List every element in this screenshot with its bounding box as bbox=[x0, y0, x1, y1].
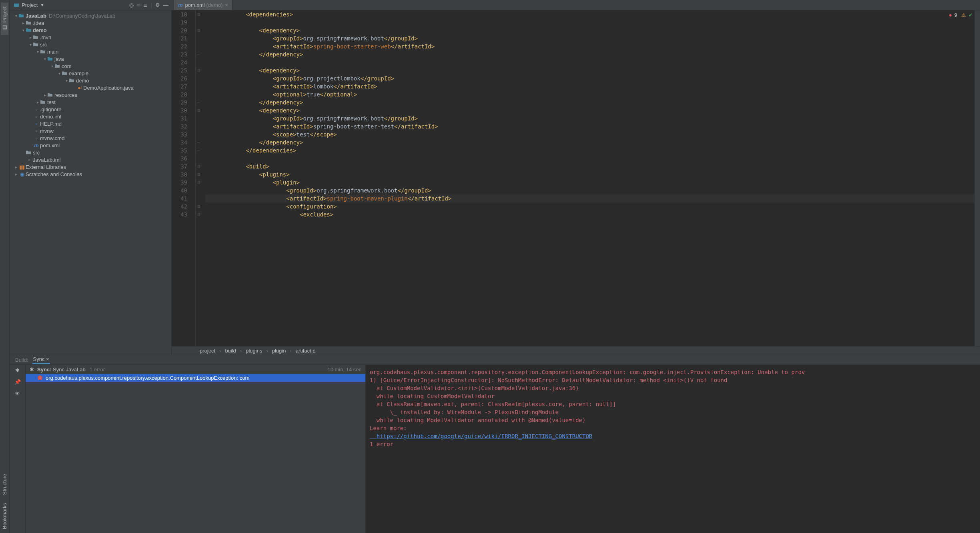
tree-idea[interactable]: ▸.idea bbox=[10, 19, 171, 26]
close-tab-icon[interactable]: × bbox=[225, 2, 228, 8]
tree-mvnwcmd[interactable]: ▫mvnw.cmd bbox=[10, 134, 171, 142]
view-icon[interactable]: 👁 bbox=[15, 391, 20, 397]
tree-pom[interactable]: mpom.xml bbox=[10, 142, 171, 149]
project-view-icon bbox=[14, 2, 19, 8]
build-tree[interactable]: ✱ Sync: Sync JavaLab 1 error 10 min, 14 … bbox=[26, 365, 366, 533]
spinner-icon: ✱ bbox=[30, 367, 34, 373]
stacktrace-link[interactable]: https://github.com/google/guice/wiki/ERR… bbox=[370, 433, 592, 439]
chevron-down-icon: ▼ bbox=[40, 3, 44, 7]
tree-help[interactable]: ▫HELP.md bbox=[10, 120, 171, 127]
error-count: 9 bbox=[954, 12, 957, 18]
svg-rect-0 bbox=[14, 3, 19, 7]
breadcrumb-item[interactable]: project bbox=[200, 348, 215, 354]
project-tool-tab[interactable]: ▤ Project bbox=[1, 2, 8, 35]
bookmarks-tool-label: Bookmarks bbox=[2, 503, 8, 529]
tree-demoapp[interactable]: ●ʲDemoApplication.java bbox=[10, 84, 171, 91]
hide-icon[interactable]: — bbox=[163, 2, 168, 8]
tree-javalabiml[interactable]: ▫JavaLab.iml bbox=[10, 156, 171, 163]
tree-src[interactable]: ▾src bbox=[10, 41, 171, 48]
breadcrumb-item[interactable]: plugins bbox=[246, 348, 262, 354]
sync-spinner-icon[interactable]: ✱ bbox=[15, 367, 20, 373]
collapse-all-icon[interactable]: ≣ bbox=[143, 2, 148, 8]
left-gutter: ▤ Project Structure Bookmarks bbox=[0, 0, 10, 533]
tree-gitignore[interactable]: ▫.gitignore bbox=[10, 106, 171, 113]
tree-example[interactable]: ▾example bbox=[10, 70, 171, 77]
editor[interactable]: 1819202122232425262728293031323334353637… bbox=[172, 10, 980, 346]
tree-demoiml[interactable]: ▫demo.iml bbox=[10, 113, 171, 120]
project-tool-icon: ▤ bbox=[2, 25, 8, 31]
build-error-row[interactable]: ! org.codehaus.plexus.component.reposito… bbox=[26, 374, 365, 382]
sync-summary-row[interactable]: ✱ Sync: Sync JavaLab 1 error 10 min, 14 … bbox=[26, 365, 365, 374]
breadcrumb-item[interactable]: artifactId bbox=[296, 348, 316, 354]
project-view-label: Project bbox=[22, 2, 38, 8]
editor-tab-pom[interactable]: m pom.xml (demo) × bbox=[174, 0, 232, 10]
error-icon: ● bbox=[949, 12, 952, 18]
build-side-toolbar: ✱ 📌 👁 bbox=[10, 365, 26, 533]
gear-icon[interactable]: ⚙ bbox=[155, 2, 160, 8]
bookmarks-tool-tab[interactable]: Bookmarks bbox=[1, 499, 8, 533]
tree-test[interactable]: ▸test bbox=[10, 98, 171, 106]
tree-resources[interactable]: ▸resources bbox=[10, 91, 171, 98]
tree-src2[interactable]: src bbox=[10, 149, 171, 156]
build-sync-tab[interactable]: Sync × bbox=[32, 356, 50, 364]
code-content[interactable]: <dependencies> <dependency> <groupId>org… bbox=[202, 10, 974, 346]
build-tool-window: Build: Sync × ✱ 📌 👁 ✱ Sync: Sync JavaLab… bbox=[10, 355, 980, 533]
right-scrollbar[interactable] bbox=[974, 10, 980, 346]
tree-mvnw[interactable]: ▫mvnw bbox=[10, 127, 171, 134]
project-view-dropdown[interactable]: Project ▼ bbox=[10, 0, 48, 10]
tree-root[interactable]: ▾ JavaLabD:\CompanyCoding\JavaLab bbox=[10, 12, 171, 19]
tree-com[interactable]: ▾com bbox=[10, 62, 171, 70]
tab-filename: pom.xml bbox=[185, 2, 205, 8]
tree-extlib[interactable]: ▸▮▮External Libraries bbox=[10, 163, 171, 170]
locate-icon[interactable]: ◎ bbox=[129, 2, 134, 8]
structure-tool-label: Structure bbox=[2, 474, 8, 495]
line-number-gutter: 1819202122232425262728293031323334353637… bbox=[172, 10, 196, 346]
project-tool-label: Project bbox=[2, 6, 8, 22]
editor-area: 1819202122232425262728293031323334353637… bbox=[172, 10, 980, 355]
build-error-text: org.codehaus.plexus.component.repository… bbox=[46, 375, 249, 381]
tree-java[interactable]: ▾java bbox=[10, 55, 171, 62]
warning-icon: ⚠ bbox=[961, 12, 966, 18]
breadcrumb-item[interactable]: plugin bbox=[272, 348, 286, 354]
error-dot-icon: ! bbox=[38, 375, 42, 380]
tree-main[interactable]: ▾main bbox=[10, 48, 171, 55]
ok-icon: ✔ bbox=[968, 12, 973, 18]
pin-icon[interactable]: 📌 bbox=[14, 379, 21, 385]
maven-file-icon: m bbox=[178, 2, 183, 8]
build-console[interactable]: org.codehaus.plexus.component.repository… bbox=[366, 365, 980, 533]
elapsed-time: 10 min, 14 sec bbox=[327, 367, 361, 373]
inspections-widget[interactable]: ● 9 ⚠ ✔ bbox=[949, 12, 973, 18]
tree-scratches[interactable]: ▸◉Scratches and Consoles bbox=[10, 170, 171, 178]
error-count-label: 1 error bbox=[90, 367, 105, 373]
expand-all-icon[interactable]: ≡ bbox=[137, 2, 140, 8]
build-label: Build: bbox=[15, 357, 28, 363]
topbar: Project ▼ ◎ ≡ ≣ | ⚙ — m pom.xml (demo) × bbox=[10, 0, 980, 10]
breadcrumb-item[interactable]: build bbox=[225, 348, 236, 354]
tree-demo[interactable]: ▾demo bbox=[10, 26, 171, 34]
breadcrumbs[interactable]: project›build›plugins›plugin›artifactId bbox=[172, 346, 980, 355]
tree-mvn[interactable]: ▸.mvn bbox=[10, 34, 171, 41]
editor-tabs: m pom.xml (demo) × bbox=[172, 0, 232, 10]
tree-demo2[interactable]: ▾demo bbox=[10, 77, 171, 84]
tab-context: (demo) bbox=[206, 2, 222, 8]
project-tree[interactable]: ▾ JavaLabD:\CompanyCoding\JavaLab ▸.idea… bbox=[10, 10, 172, 355]
structure-tool-tab[interactable]: Structure bbox=[1, 470, 8, 499]
fold-gutter[interactable]: ⊟⊟⌐⊟⌐⊟⌐⌐⊟⊟⊟⊟⊟ bbox=[196, 10, 202, 346]
